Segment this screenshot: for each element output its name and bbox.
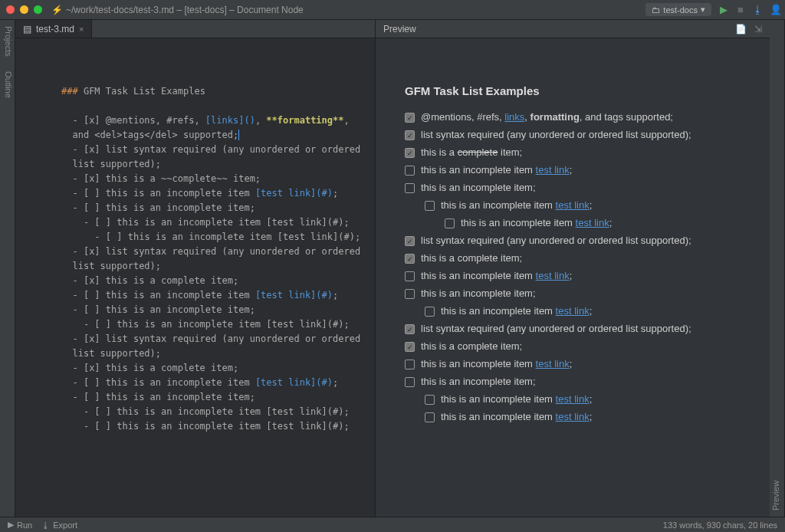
task-item: this is an incomplete item test link; xyxy=(445,217,748,228)
preview-link[interactable]: test link xyxy=(556,305,590,317)
right-rail: Preview xyxy=(770,20,785,517)
statusbar: ▶Run ⭳Export 133 words, 930 chars, 20 li… xyxy=(0,517,785,532)
editor-line: list supported); xyxy=(61,348,161,359)
projects-tab[interactable]: Projects xyxy=(4,26,13,57)
preview-link[interactable]: test link xyxy=(556,199,590,211)
checkbox-unchecked-icon[interactable] xyxy=(425,307,435,317)
close-tab-icon[interactable]: × xyxy=(79,25,84,34)
file-icon: ▤ xyxy=(23,24,31,34)
checkbox-unchecked-icon[interactable] xyxy=(425,201,435,211)
run-button[interactable]: ▶Run xyxy=(8,520,32,530)
editor-content[interactable]: ### GFM Task List Examples - [x] @mentio… xyxy=(15,38,375,517)
task-item: this is an incomplete item test link; xyxy=(405,164,748,176)
preview-strike: complete xyxy=(458,146,498,158)
checkbox-checked-icon[interactable] xyxy=(405,113,415,123)
editor-line: ; xyxy=(333,188,338,199)
editor-line: - [ ] this is an incomplete item [test l… xyxy=(61,217,350,228)
checkbox-checked-icon[interactable] xyxy=(405,342,415,352)
task-item: this is an incomplete item; xyxy=(405,376,748,387)
checkbox-checked-icon[interactable] xyxy=(405,324,415,334)
md-link: [test link](#) xyxy=(255,377,333,388)
md-bold: **formatting** xyxy=(266,115,343,126)
export-pdf-icon[interactable]: 📄 xyxy=(735,24,747,34)
status-info: 133 words, 930 chars, 20 lines xyxy=(663,521,777,530)
task-item: list syntax required (any unordered or o… xyxy=(405,323,748,334)
preview-rail-tab[interactable]: Preview xyxy=(771,481,780,511)
task-item: this is an incomplete item test link; xyxy=(425,199,748,211)
checkbox-unchecked-icon[interactable] xyxy=(425,395,435,405)
preview-header: Preview 📄 ⇲ xyxy=(376,20,770,38)
minimize-window-button[interactable] xyxy=(20,5,28,14)
preview-link[interactable]: test link xyxy=(556,393,590,405)
task-item: this is a complete item; xyxy=(405,252,748,264)
editor-line: - [ ] this is an incomplete item; xyxy=(61,392,255,402)
preview-link[interactable]: test link xyxy=(536,164,570,176)
md-heading-text: GFM Task List Examples xyxy=(78,86,205,97)
editor-line: list supported); xyxy=(61,261,161,271)
download-icon[interactable]: ⭳ xyxy=(753,4,762,15)
export-icon: ⭳ xyxy=(41,521,50,530)
preview-link[interactable]: test link xyxy=(576,217,609,228)
checkbox-unchecked-icon[interactable] xyxy=(405,377,415,387)
editor-line: - [ ] this is an incomplete item xyxy=(61,188,255,199)
editor-line: ; xyxy=(333,290,338,300)
checkbox-unchecked-icon[interactable] xyxy=(405,271,415,281)
editor-line: - [ ] this is an incomplete item xyxy=(61,290,255,300)
editor-line: - [ ] this is an incomplete item [test l… xyxy=(61,319,350,330)
task-item: this is an incomplete item; xyxy=(405,182,748,193)
editor-line: - [x] @mentions, #refs, xyxy=(61,115,205,126)
checkbox-unchecked-icon[interactable] xyxy=(425,412,435,422)
play-icon: ▶ xyxy=(8,520,14,530)
folder-icon: 🗀 xyxy=(652,5,660,15)
maximize-window-button[interactable] xyxy=(34,5,42,14)
editor-line: - [x] this is a ~~complete~~ item; xyxy=(61,173,261,184)
task-item: this is a complete item; xyxy=(405,340,748,352)
editor-tab[interactable]: ▤ test-3.md × xyxy=(15,20,92,38)
window-controls xyxy=(6,5,42,14)
task-item: this is an incomplete item test link; xyxy=(425,393,748,405)
checkbox-checked-icon[interactable] xyxy=(405,148,415,158)
preview-title: Preview xyxy=(383,24,735,34)
preview-panel: Preview 📄 ⇲ GFM Task List Examples @ment… xyxy=(376,20,770,517)
md-link: [test link](#) xyxy=(255,290,333,300)
checkbox-unchecked-icon[interactable] xyxy=(405,360,415,369)
md-link: [test link](#) xyxy=(255,188,333,199)
tab-label: test-3.md xyxy=(36,24,74,34)
checkbox-unchecked-icon[interactable] xyxy=(405,289,415,299)
preview-link[interactable]: test link xyxy=(536,270,570,281)
task-item: list syntax required (any unordered or o… xyxy=(405,235,748,246)
editor-line: - [ ] this is an incomplete item xyxy=(61,377,255,388)
titlebar: ⚡ ~/work/test-docs/test-3.md – [test-doc… xyxy=(0,0,785,20)
editor-line: , xyxy=(255,115,266,126)
md-heading-marker: ### xyxy=(61,86,78,97)
export-button[interactable]: ⭳Export xyxy=(41,520,77,530)
checkbox-checked-icon[interactable] xyxy=(405,236,415,246)
checkbox-unchecked-icon[interactable] xyxy=(405,166,415,176)
editor-line: - [ ] this is an incomplete item [test l… xyxy=(61,406,350,417)
outline-tab[interactable]: Outline xyxy=(4,71,13,98)
open-external-icon[interactable]: ⇲ xyxy=(754,24,762,34)
task-item: list syntax required (any unordered or o… xyxy=(405,129,748,140)
preview-heading: GFM Task List Examples xyxy=(405,84,748,97)
task-item: @mentions, #refs, links, formatting, and… xyxy=(405,111,748,123)
checkbox-unchecked-icon[interactable] xyxy=(405,183,415,193)
editor-line: - [ ] this is an incomplete item [test l… xyxy=(61,232,360,242)
preview-link[interactable]: links xyxy=(504,111,524,123)
close-window-button[interactable] xyxy=(6,5,15,14)
titlebar-path: ~/work/test-docs/test-3.md – [test-docs]… xyxy=(66,5,645,15)
project-selector[interactable]: 🗀 test-docs ▾ xyxy=(645,3,711,16)
preview-link[interactable]: test link xyxy=(556,411,590,422)
editor-line: , xyxy=(343,115,349,126)
checkbox-unchecked-icon[interactable] xyxy=(445,218,455,228)
stop-icon[interactable]: ■ xyxy=(736,4,745,15)
checkbox-checked-icon[interactable] xyxy=(405,130,415,140)
editor-line: - [x] this is a complete item; xyxy=(61,275,238,286)
user-icon[interactable]: 👤 xyxy=(770,4,779,15)
preview-link[interactable]: test link xyxy=(536,358,570,369)
left-rail: Projects Outline xyxy=(0,20,15,517)
editor-line: - [x] list syntax required (any unordere… xyxy=(61,333,360,344)
editor-line: list supported); xyxy=(61,159,161,169)
md-link: [links]() xyxy=(205,115,255,126)
run-icon[interactable]: ▶ xyxy=(719,4,728,15)
checkbox-checked-icon[interactable] xyxy=(405,254,415,264)
